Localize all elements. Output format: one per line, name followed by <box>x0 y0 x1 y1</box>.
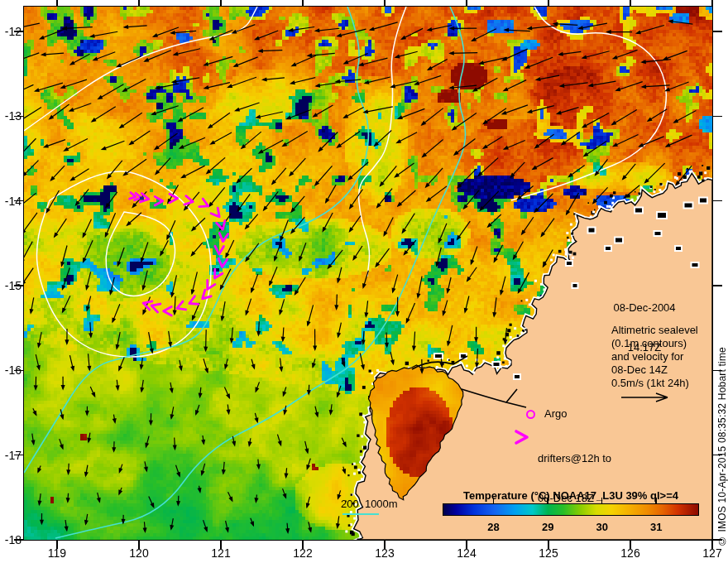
lon-tick-label: 126 <box>614 546 647 560</box>
colorbar-tick <box>493 498 495 503</box>
colorbar-tick-label: 28 <box>477 521 510 533</box>
altimetry-line: Altimetric sealevel <box>611 324 698 337</box>
drifters-label-line1: drifters@12h to <box>538 452 611 465</box>
lat-tick-label: -13 <box>0 109 22 123</box>
lat-tick-label: -14 <box>0 195 22 208</box>
lon-tick-top <box>220 0 222 7</box>
lon-tick-top <box>56 0 58 7</box>
bathymetry-legend-line <box>342 513 379 515</box>
altimetry-line: 08-Dec 14Z <box>611 363 698 377</box>
lon-tick-label: 124 <box>450 546 483 560</box>
lon-tick-label: 123 <box>368 546 401 560</box>
sst-map-figure: -12-13-14-15-16-17-181191201211221231241… <box>0 0 728 563</box>
velocity-scale-arrow-icon <box>619 391 672 402</box>
lon-tick-top <box>630 0 631 7</box>
lat-tick-label: -17 <box>0 449 22 462</box>
colorbar-tick-label: 31 <box>639 521 673 533</box>
lat-tick-label: -16 <box>0 363 22 377</box>
argo-label: Argo <box>544 407 567 421</box>
colorbar-title: Temperature (°C) NOAA17_L3U 39% ql>=4 <box>434 489 707 502</box>
altimetry-annotation: Altimetric sealevel(0.1m contours)and ve… <box>611 324 698 390</box>
lat-tick-right <box>713 200 722 202</box>
colorbar-tick-label: 30 <box>586 521 619 533</box>
colorbar-tick <box>601 498 603 503</box>
date-line: 08-Dec-2004 <box>579 301 710 315</box>
depth-legend-label: 200 1000m <box>341 498 398 511</box>
lon-tick-top <box>466 0 467 7</box>
altimetry-line: 0.5m/s (1kt 24h) <box>611 377 698 390</box>
colorbar-tick <box>547 498 548 503</box>
altimetry-line: (0.1m contours) <box>611 337 698 350</box>
lat-tick-label: -15 <box>0 279 22 292</box>
lat-tick-right <box>713 116 722 118</box>
lat-tick-right <box>713 31 722 32</box>
lon-tick-top <box>711 0 713 7</box>
lon-tick-label: 127 <box>696 546 728 560</box>
lon-tick-label: 125 <box>532 546 565 560</box>
credit-text: © IMOS 10-Apr-2015 08:35:32 Hobart time <box>716 347 728 546</box>
lon-tick-label: 122 <box>286 546 319 560</box>
lat-tick-right <box>713 285 722 286</box>
colorbar <box>443 503 699 516</box>
lat-tick-label: -18 <box>0 533 22 546</box>
lon-tick-label: 121 <box>204 546 237 560</box>
lon-tick-label: 120 <box>122 546 156 560</box>
colorbar-tick-label: 29 <box>531 521 564 533</box>
altimetry-line: and velocity for <box>611 350 698 363</box>
argo-float-icon <box>526 410 535 419</box>
colorbar-tick <box>655 498 657 503</box>
lat-tick-label: -12 <box>0 25 22 38</box>
drifter-chevron-icon <box>513 428 531 446</box>
lon-tick-label: 119 <box>41 546 74 560</box>
lon-tick-top <box>384 0 386 7</box>
lon-tick-top <box>302 0 304 7</box>
lon-tick-top <box>138 0 140 7</box>
lon-tick-top <box>548 0 549 7</box>
